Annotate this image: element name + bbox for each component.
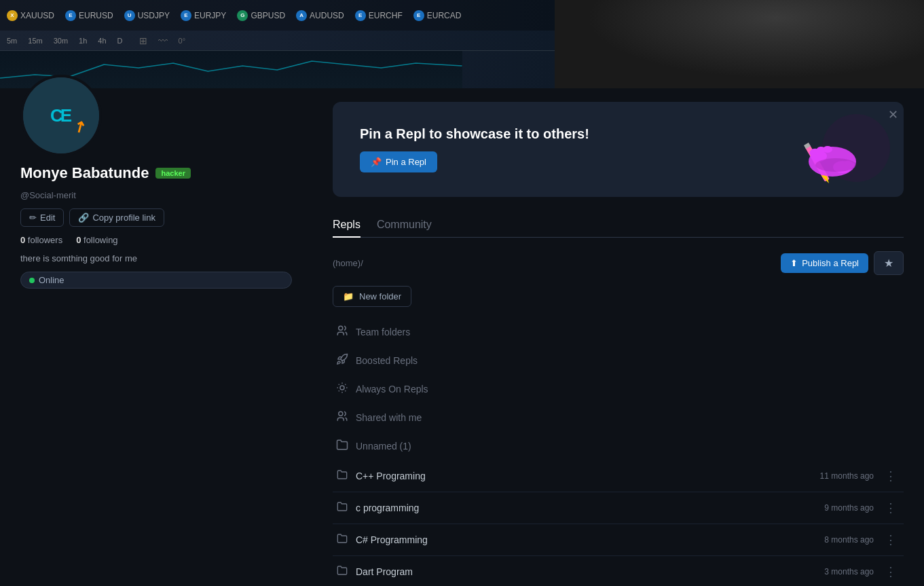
main-content: ✕ Pin a Repl to showcase it to others! 📌… <box>312 88 924 586</box>
pin-banner-left: Pin a Repl to showcase it to others! 📌 P… <box>360 126 589 172</box>
follow-row: 0 followers 0 following <box>20 235 292 245</box>
pin-banner-title: Pin a Repl to showcase it to others! <box>360 126 589 142</box>
status-badge: Online <box>20 272 292 289</box>
always-on-item[interactable]: Always On Repls <box>333 375 904 403</box>
hacker-badge: hacker <box>155 168 190 179</box>
folder-icon <box>335 501 349 515</box>
ticker-dot: X <box>7 10 18 21</box>
svg-point-13 <box>340 386 344 390</box>
folder-list: C++ Programing 11 months ago ⋮ c program… <box>333 460 904 586</box>
ticker-usdjpy: U USDJPY <box>124 10 170 21</box>
context-menu-button[interactable]: ⋮ <box>881 563 901 581</box>
table-row[interactable]: C++ Programing 11 months ago ⋮ <box>333 460 904 492</box>
bio: there is somthing good for me <box>20 253 292 263</box>
ticker-gbpusd: G GBPUSD <box>237 10 285 21</box>
following-stat: 0 following <box>76 235 117 245</box>
folder-name: C# Programming <box>356 534 786 545</box>
pin-repl-banner: ✕ Pin a Repl to showcase it to others! 📌… <box>333 102 904 197</box>
folder-name: C++ Programing <box>356 471 786 481</box>
always-on-label: Always On Repls <box>356 384 428 395</box>
sun-icon <box>335 382 349 397</box>
action-buttons: ✏ Edit 🔗 Copy profile link <box>20 208 292 227</box>
arrow-icon: ↗ <box>70 116 90 138</box>
tab-repls[interactable]: Repls <box>333 213 361 238</box>
ticker-eurcad: E EURCAD <box>413 10 462 21</box>
star-button[interactable]: ★ <box>874 251 904 275</box>
profile-sidebar: C E ↗ Monye Babatunde hacker @Social-mer… <box>0 88 312 586</box>
shared-icon <box>335 410 349 425</box>
folder-icon <box>335 469 349 483</box>
context-menu-button[interactable]: ⋮ <box>881 467 901 485</box>
repls-toolbar: (home)/ ⬆ Publish a Repl ★ <box>333 251 904 275</box>
svg-point-11 <box>815 158 856 172</box>
table-row[interactable]: c programming 9 months ago ⋮ <box>333 492 904 524</box>
team-folders-item[interactable]: Team folders <box>333 318 904 346</box>
unnamed-folder-label: Unnamed (1) <box>356 441 411 452</box>
ticker-eurchf: E EURCHF <box>355 10 403 21</box>
ticker-eurusd: E EURUSD <box>65 10 113 21</box>
shared-with-me-item[interactable]: Shared with me <box>333 403 904 432</box>
folder-time: 8 months ago <box>792 535 874 545</box>
new-folder-button[interactable]: 📁 New folder <box>333 286 411 307</box>
folder-name: Dart Program <box>356 566 786 577</box>
breadcrumb: (home)/ <box>333 258 363 268</box>
status-dot <box>29 278 35 283</box>
avatar: C E ↗ <box>20 75 102 156</box>
link-icon: 🔗 <box>78 213 89 223</box>
page-content: C E ↗ Monye Babatunde hacker @Social-mer… <box>0 88 924 586</box>
boosted-repls-label: Boosted Repls <box>356 355 418 366</box>
folder-time: 3 months ago <box>792 567 874 576</box>
folder-icon <box>335 565 349 579</box>
toolbar-right: ⬆ Publish a Repl ★ <box>781 251 904 275</box>
publish-repl-button[interactable]: ⬆ Publish a Repl <box>781 253 868 273</box>
person-silhouette <box>555 0 924 88</box>
context-menu-button[interactable]: ⋮ <box>881 531 901 549</box>
table-row[interactable]: C# Programming 8 months ago ⋮ <box>333 524 904 556</box>
display-name: Monye Babatunde <box>20 164 149 182</box>
pin-illustration <box>768 107 890 191</box>
user-handle: @Social-merit <box>20 190 292 200</box>
unnamed-folder-item[interactable]: Unnamed (1) <box>333 432 904 460</box>
svg-point-14 <box>339 411 343 416</box>
avatar-inner: C E ↗ <box>23 77 99 153</box>
tabs-row: Repls Community <box>333 213 904 238</box>
ticker-xauusd: X XAUUSD <box>7 10 54 21</box>
edit-icon: ✏ <box>29 213 37 223</box>
rocket-icon <box>335 353 349 368</box>
status-label: Online <box>39 275 64 285</box>
boosted-repls-item[interactable]: Boosted Repls <box>333 346 904 375</box>
ticker-audusd: A AUDUSD <box>296 10 344 21</box>
folder-plus-icon: 📁 <box>343 291 354 301</box>
team-icon <box>335 325 349 340</box>
team-folders-label: Team folders <box>356 327 410 337</box>
svg-point-12 <box>339 326 343 330</box>
username-row: Monye Babatunde hacker <box>20 164 292 182</box>
ticker-eurjpy: E EURJPY <box>181 10 226 21</box>
folder-time: 11 months ago <box>792 471 874 481</box>
copy-link-button[interactable]: 🔗 Copy profile link <box>69 208 164 227</box>
table-row[interactable]: Dart Program 3 months ago ⋮ <box>333 556 904 586</box>
folder-time: 9 months ago <box>792 503 874 513</box>
pin-icon: 📌 <box>371 157 382 167</box>
upload-icon: ⬆ <box>790 258 798 268</box>
edit-button[interactable]: ✏ Edit <box>20 208 64 227</box>
followers-stat: 0 followers <box>20 235 62 245</box>
shared-with-me-label: Shared with me <box>356 412 422 423</box>
folder-icon <box>335 533 349 547</box>
pin-repl-button[interactable]: 📌 Pin a Repl <box>360 151 437 172</box>
tab-community[interactable]: Community <box>377 213 432 238</box>
folder-icon <box>335 439 349 454</box>
folder-name: c programming <box>356 502 786 513</box>
context-menu-button[interactable]: ⋮ <box>881 499 901 517</box>
svg-point-9 <box>823 146 832 153</box>
top-banner: X XAUUSD E EURUSD U USDJPY E EURJPY G GB… <box>0 0 924 88</box>
